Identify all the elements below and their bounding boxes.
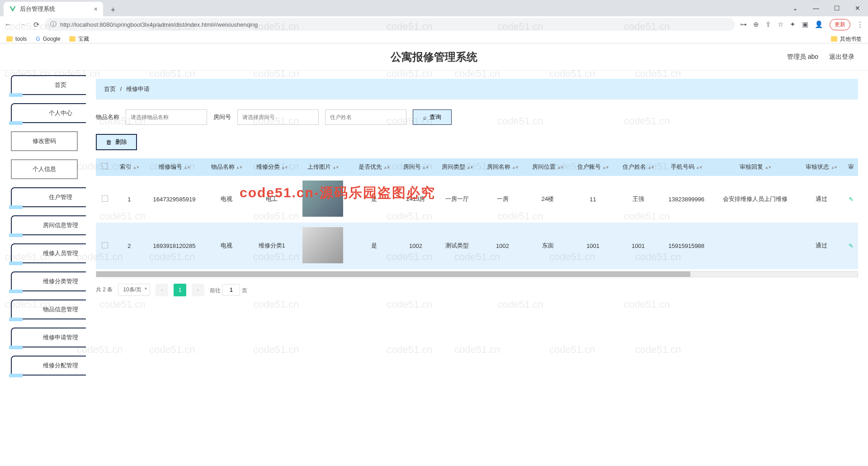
dropdown-icon[interactable]: ⌄ bbox=[785, 5, 806, 12]
th-reply[interactable]: 审核回复▲▼ bbox=[712, 158, 799, 176]
bookmark-google[interactable]: GGoogle bbox=[36, 36, 60, 42]
search-icon[interactable]: ⊕ bbox=[753, 20, 759, 29]
app-title: 公寓报修管理系统 bbox=[391, 50, 477, 64]
cell-reply bbox=[712, 223, 799, 269]
th-index[interactable]: 索引▲▼ bbox=[114, 158, 145, 176]
key-icon[interactable]: ⊶ bbox=[740, 20, 747, 29]
sort-icon: ▲▼ bbox=[383, 165, 390, 170]
share-icon[interactable]: ⇪ bbox=[765, 20, 771, 29]
cell-tenant-acc: 11 bbox=[571, 176, 616, 223]
th-room-type[interactable]: 房间类型▲▼ bbox=[434, 158, 480, 176]
sidebar-repair-assign[interactable]: 维修分配管理⌄ bbox=[11, 356, 86, 376]
sort-icon: ▲▼ bbox=[236, 165, 242, 170]
sidebar-home[interactable]: 首页 bbox=[11, 75, 86, 95]
cell-action[interactable]: ✎ bbox=[844, 176, 858, 223]
sidebar: 首页 个人中心⌄ 修改密码 个人信息 住户管理⌄ 房间信息管理⌄ 维修人员管理⌄… bbox=[0, 71, 86, 466]
th-room-name[interactable]: 房间名称▲▼ bbox=[480, 158, 525, 176]
sidebar-repair-apply[interactable]: 维修申请管理⌄ bbox=[11, 328, 86, 347]
logout-link[interactable]: 退出登录 bbox=[829, 53, 854, 61]
query-button[interactable]: ⌕查询 bbox=[413, 109, 452, 125]
table-row: 1 1647329585919 电视 电工 是 2413房 一房一厅 一房 24… bbox=[96, 176, 858, 223]
cell-goods: 电视 bbox=[204, 223, 249, 269]
sort-icon: ▲▼ bbox=[647, 165, 654, 170]
prev-page-button[interactable]: ‹ bbox=[156, 284, 168, 296]
sidebar-personal[interactable]: 个人中心⌄ bbox=[11, 103, 86, 123]
folder-icon bbox=[69, 36, 75, 42]
app-root: 公寓报修管理系统 管理员 abo 退出登录 首页 个人中心⌄ 修改密码 个人信息… bbox=[0, 43, 868, 466]
side-panel-icon[interactable]: ▣ bbox=[802, 20, 808, 29]
trash-icon: 🗑 bbox=[106, 139, 112, 146]
th-status[interactable]: 审核状态▲▼ bbox=[799, 158, 844, 176]
goods-select[interactable] bbox=[126, 109, 207, 125]
horizontal-scrollbar[interactable] bbox=[96, 271, 858, 277]
minimize-icon[interactable]: — bbox=[806, 5, 826, 12]
cell-room-loc: 24楼 bbox=[525, 176, 571, 223]
tenant-input[interactable] bbox=[325, 109, 406, 125]
th-repair-no[interactable]: 维修编号▲▼ bbox=[145, 158, 204, 176]
th-room-no[interactable]: 房间号▲▼ bbox=[396, 158, 434, 176]
sidebar-staff[interactable]: 维修人员管理⌄ bbox=[11, 243, 86, 263]
url-input[interactable]: ⓘ http://localhost:8080/springboot3lx4p/… bbox=[45, 18, 735, 31]
extensions-icon[interactable]: ✦ bbox=[790, 20, 796, 29]
sort-icon: ▲▼ bbox=[512, 165, 518, 170]
sidebar-change-password[interactable]: 修改密码 bbox=[11, 131, 78, 151]
cell-action[interactable]: ✎ bbox=[844, 223, 858, 269]
sort-icon: ▲▼ bbox=[830, 165, 837, 170]
close-tab-icon[interactable]: × bbox=[94, 5, 98, 13]
update-button[interactable]: 更新 bbox=[830, 19, 850, 30]
sidebar-goods[interactable]: 物品信息管理⌄ bbox=[11, 300, 86, 319]
th-tenant-name[interactable]: 住户姓名▲▼ bbox=[616, 158, 661, 176]
pagination: 共 2 条 10条/页 ‹ 1 › 前往 页 bbox=[96, 284, 858, 296]
star-icon[interactable]: ☆ bbox=[778, 20, 783, 29]
bookmark-treasure[interactable]: 宝藏 bbox=[69, 35, 89, 43]
breadcrumb-home[interactable]: 首页 bbox=[104, 86, 116, 92]
cell-index: 2 bbox=[114, 223, 145, 269]
select-all-checkbox[interactable] bbox=[102, 163, 108, 169]
bookmark-tools[interactable]: tools bbox=[6, 36, 27, 42]
profile-icon[interactable]: 👤 bbox=[815, 20, 823, 29]
bookmark-other[interactable]: 其他书签 bbox=[831, 35, 862, 43]
cell-room-name: 1002 bbox=[480, 223, 525, 269]
row-checkbox[interactable] bbox=[102, 242, 108, 248]
sidebar-tenant[interactable]: 住户管理⌄ bbox=[11, 187, 86, 207]
room-select[interactable] bbox=[237, 109, 319, 125]
sidebar-category[interactable]: 维修分类管理⌄ bbox=[11, 271, 86, 291]
next-page-button[interactable]: › bbox=[192, 284, 204, 296]
sort-icon: ▲▼ bbox=[422, 165, 429, 170]
th-upload[interactable]: 上传图片▲▼ bbox=[294, 158, 351, 176]
back-icon[interactable]: ← bbox=[5, 20, 12, 29]
row-checkbox[interactable] bbox=[102, 195, 108, 202]
sidebar-personal-info[interactable]: 个人信息 bbox=[11, 159, 78, 179]
maximize-icon[interactable]: ☐ bbox=[826, 5, 847, 12]
data-table: 索引▲▼ 维修编号▲▼ 物品名称▲▼ 维修分类▲▼ 上传图片▲▼ 是否优先▲▼ … bbox=[96, 158, 858, 269]
sort-icon: ▲▼ bbox=[602, 165, 609, 170]
current-page[interactable]: 1 bbox=[174, 284, 186, 296]
th-goods[interactable]: 物品名称▲▼ bbox=[204, 158, 249, 176]
window-controls: ⌄ — ☐ ✕ bbox=[785, 0, 868, 16]
cell-room-no: 2413房 bbox=[396, 176, 434, 223]
browser-tab[interactable]: 后台管理系统 × bbox=[4, 2, 103, 16]
cell-image[interactable] bbox=[294, 223, 351, 269]
goto-input[interactable] bbox=[222, 284, 240, 296]
delete-button[interactable]: 🗑删除 bbox=[96, 134, 137, 150]
new-tab-button[interactable]: + bbox=[107, 4, 119, 16]
sidebar-room[interactable]: 房间信息管理⌄ bbox=[11, 215, 86, 235]
sort-icon: ▲▼ bbox=[764, 165, 771, 170]
cell-image[interactable] bbox=[294, 176, 351, 223]
user-label: 管理员 abo bbox=[787, 53, 818, 61]
site-info-icon[interactable]: ⓘ bbox=[50, 20, 57, 29]
th-priority[interactable]: 是否优先▲▼ bbox=[351, 158, 396, 176]
th-category[interactable]: 维修分类▲▼ bbox=[249, 158, 294, 176]
menu-icon[interactable]: ⋮ bbox=[857, 20, 863, 29]
th-room-loc[interactable]: 房间位置▲▼ bbox=[525, 158, 571, 176]
sort-icon: ▲▼ bbox=[184, 165, 190, 170]
th-phone[interactable]: 手机号码▲▼ bbox=[661, 158, 712, 176]
cell-repair-no: 1693918120285 bbox=[145, 223, 204, 269]
close-window-icon[interactable]: ✕ bbox=[847, 5, 868, 12]
folder-icon bbox=[831, 36, 837, 42]
forward-icon[interactable]: → bbox=[19, 20, 26, 29]
reload-icon[interactable]: ⟳ bbox=[33, 20, 39, 29]
cell-priority: 是 bbox=[351, 176, 396, 223]
th-tenant-acc[interactable]: 住户账号▲▼ bbox=[571, 158, 616, 176]
page-size-select[interactable]: 10条/页 bbox=[118, 284, 150, 296]
